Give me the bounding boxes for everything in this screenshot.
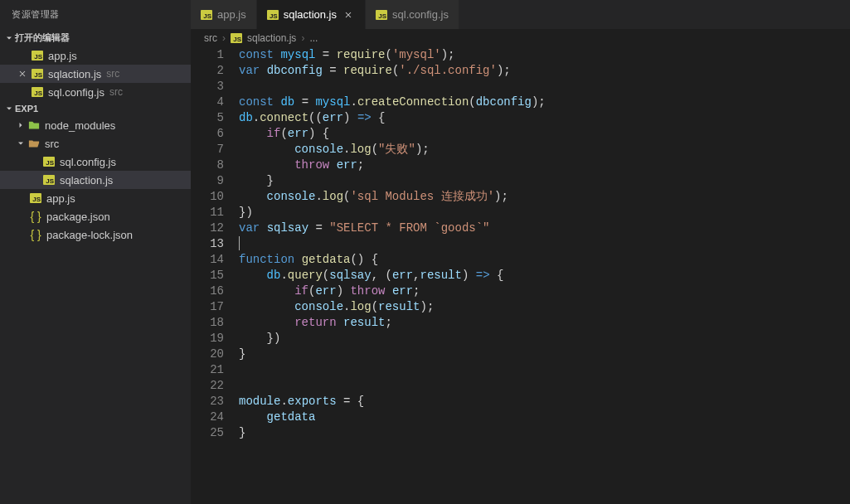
breadcrumb-ellipsis[interactable]: ...: [309, 32, 318, 44]
project-header[interactable]: EXP1: [0, 101, 191, 116]
file-name: package-lock.json: [46, 229, 133, 241]
close-icon[interactable]: [342, 8, 355, 22]
folder-label: src: [45, 138, 59, 150]
js-file-icon: JS: [41, 157, 56, 167]
json-file-icon: { }: [28, 228, 43, 241]
folder-src[interactable]: src: [0, 134, 191, 153]
project-label: EXP1: [15, 104, 38, 114]
open-editor-name: app.js: [48, 50, 77, 62]
folder-open-icon: [27, 138, 41, 149]
js-file-icon: JS: [28, 193, 43, 203]
open-editors-header[interactable]: 打开的编辑器: [0, 29, 191, 46]
line-number-gutter: 1234567891011121314151617181920212223242…: [191, 47, 239, 504]
chevron-down-icon: [3, 33, 15, 43]
open-editor-item[interactable]: JS sql.config.js src: [0, 83, 191, 101]
open-editor-name: sql.config.js: [48, 86, 104, 99]
tab-bar: JS app.js JS sqlaction.js JS sql.config.…: [191, 0, 850, 29]
tab-label: app.js: [217, 8, 246, 21]
chevron-right-icon: ›: [222, 32, 226, 44]
chevron-down-icon: [3, 104, 15, 114]
folder-node-modules[interactable]: node_modules: [0, 116, 191, 134]
file-item[interactable]: JS app.js: [0, 189, 191, 207]
js-file-icon: JS: [267, 8, 279, 21]
tab-label: sql.config.js: [392, 8, 449, 21]
breadcrumb[interactable]: src › JS sqlaction.js › ...: [191, 29, 850, 47]
breadcrumb-part[interactable]: sqlaction.js: [247, 32, 296, 44]
folder-icon: [27, 119, 41, 131]
file-item[interactable]: JS sql.config.js: [0, 153, 191, 171]
tab-label: sqlaction.js: [284, 8, 337, 21]
tab-app-js[interactable]: JS app.js: [191, 0, 257, 29]
js-file-icon: JS: [201, 8, 212, 21]
file-item[interactable]: { } package-lock.json: [0, 225, 191, 244]
tab-sql-config-js[interactable]: JS sql.config.js: [366, 0, 459, 29]
editor-area: JS app.js JS sqlaction.js JS sql.config.…: [191, 0, 850, 504]
tab-sqlaction-js[interactable]: JS sqlaction.js: [257, 0, 366, 29]
open-editor-item[interactable]: JS sqlaction.js src: [0, 65, 191, 83]
explorer-title: 资源管理器: [0, 0, 191, 29]
file-name: app.js: [46, 192, 75, 205]
open-editor-name: sqlaction.js: [48, 68, 101, 80]
chevron-right-icon: ›: [301, 32, 304, 44]
chevron-down-icon: [15, 138, 27, 148]
open-editor-item[interactable]: JS app.js: [0, 46, 191, 65]
file-name: sql.config.js: [60, 156, 116, 168]
explorer-sidebar: 资源管理器 打开的编辑器 JS app.js JS sqlaction.js s…: [0, 0, 191, 504]
js-file-icon: JS: [41, 175, 56, 185]
open-editor-meta: src: [109, 86, 123, 98]
file-name: package.json: [46, 211, 110, 223]
file-name: sqlaction.js: [60, 174, 113, 187]
json-file-icon: { }: [28, 210, 43, 223]
code-content[interactable]: const mysql = require('mysql');var dbcon…: [239, 47, 850, 504]
breadcrumb-part[interactable]: src: [204, 32, 217, 44]
open-editors-label: 打开的编辑器: [15, 32, 70, 44]
chevron-right-icon: [15, 120, 27, 130]
js-file-icon: JS: [30, 87, 45, 97]
file-item[interactable]: { } package.json: [0, 207, 191, 225]
folder-label: node_modules: [45, 119, 115, 132]
js-file-icon: JS: [231, 32, 242, 44]
open-editor-meta: src: [106, 68, 119, 80]
js-file-icon: JS: [30, 69, 45, 79]
js-file-icon: JS: [30, 51, 45, 61]
code-editor[interactable]: 1234567891011121314151617181920212223242…: [191, 47, 850, 504]
file-item[interactable]: JS sqlaction.js: [0, 171, 191, 189]
close-icon[interactable]: [15, 69, 30, 79]
js-file-icon: JS: [376, 8, 387, 21]
